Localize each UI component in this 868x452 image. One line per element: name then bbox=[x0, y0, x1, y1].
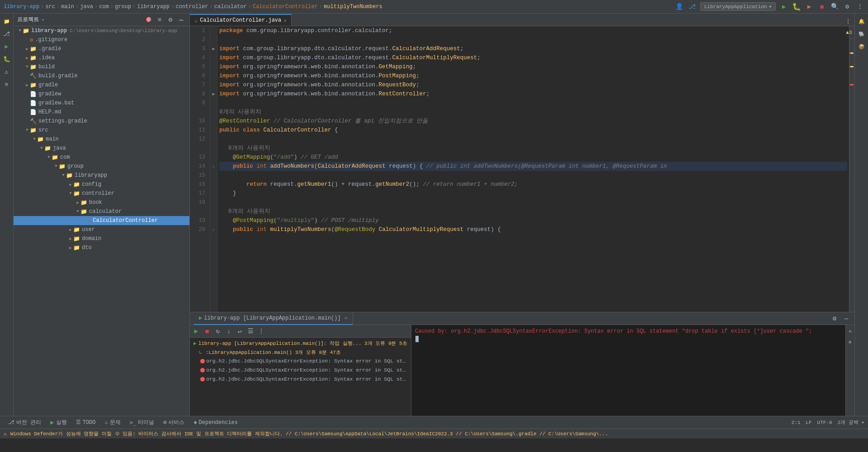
panel-dropdown-icon[interactable]: ▾ bbox=[42, 17, 44, 23]
folder-icon-calculator: 📁 bbox=[80, 208, 87, 215]
debug-btn-title[interactable]: 🐛 bbox=[792, 2, 801, 11]
settings-icon[interactable]: ⚙ bbox=[843, 2, 852, 11]
run-btn-title[interactable]: ▶ bbox=[779, 2, 788, 11]
hide-bottom-icon[interactable]: — bbox=[842, 314, 851, 323]
editor-tabs: ☕ CalculatorController.java ✕ ⋮ bbox=[190, 14, 854, 26]
tree-gradlew[interactable]: 📄 gradlew bbox=[14, 89, 189, 99]
gradle-file-icon: 🔨 bbox=[30, 73, 37, 80]
bt-services[interactable]: ⚙ 서비스 bbox=[159, 416, 189, 429]
tree-calculator-controller[interactable]: ☕ CalculatorController bbox=[14, 216, 189, 225]
tree-com[interactable]: ▼ 📁 com bbox=[14, 153, 189, 162]
editor-more-icon[interactable]: ⋮ bbox=[844, 17, 853, 26]
right-icon-maven[interactable]: 📦 bbox=[856, 41, 868, 52]
run-icon: ▶ bbox=[50, 419, 54, 426]
scroll-end-icon[interactable]: ↓ bbox=[224, 327, 233, 336]
bt-run[interactable]: ▶ 실행 bbox=[46, 416, 71, 429]
bc-library-app[interactable]: library-app bbox=[4, 4, 39, 10]
sidebar-icon-project[interactable]: 📁 bbox=[1, 15, 13, 27]
tree-gradle[interactable]: ▶ 📁 .gradle bbox=[14, 44, 189, 53]
collapse-all-icon[interactable]: ≡ bbox=[155, 15, 164, 24]
sidebar-icon-structure[interactable]: ≡ bbox=[1, 79, 13, 90]
tree-gradlew-bat[interactable]: 📄 gradlew.bat bbox=[14, 99, 189, 108]
vcs-icon[interactable]: ⎇ bbox=[688, 2, 697, 11]
tree-calculator[interactable]: ▼ 📁 calculator bbox=[14, 207, 189, 216]
settings-panel-icon[interactable]: ⚙ bbox=[166, 15, 175, 24]
tree-gitignore[interactable]: ⚙ .gitignore bbox=[14, 35, 189, 44]
breadcrumb: library-app › src › main › java › com › … bbox=[4, 4, 673, 10]
tree-help-md[interactable]: 📄 HELP.md bbox=[14, 108, 189, 117]
run-main-status[interactable]: ▶ library-app [LibraryAppApplication.mai… bbox=[192, 339, 409, 348]
bt-problems[interactable]: ⚠ 문제 bbox=[100, 416, 125, 429]
status-right: 2:1 LF UTF-8 2개 공백 ▾ bbox=[792, 419, 864, 426]
cursor bbox=[415, 336, 419, 342]
tree-config[interactable]: ▶ 📁 config bbox=[14, 180, 189, 189]
tree-dto[interactable]: ▶ 📁 dto bbox=[14, 243, 189, 252]
run-tab-close[interactable]: ✕ bbox=[344, 315, 348, 321]
marker-3 bbox=[850, 84, 854, 85]
settings-bottom-icon[interactable]: ⚙ bbox=[830, 314, 839, 323]
tree-libraryapp[interactable]: ▼ 📁 libraryapp bbox=[14, 171, 189, 180]
stop-run-icon[interactable]: ◼ bbox=[203, 327, 212, 336]
run-configuration[interactable]: LibraryAppApplication ▾ bbox=[700, 2, 776, 11]
rerun-icon[interactable]: ↻ bbox=[213, 327, 222, 336]
tree-src[interactable]: ▼ 📁 src bbox=[14, 126, 189, 135]
more-run-icon[interactable]: ⋮ bbox=[257, 327, 266, 336]
bt-todo[interactable]: ☰ TODO bbox=[71, 416, 100, 429]
tree-domain[interactable]: ▶ 📁 domain bbox=[14, 234, 189, 243]
sidebar-icon-commit[interactable]: ⎇ bbox=[1, 28, 13, 40]
tree-main[interactable]: ▼ 📁 main bbox=[14, 135, 189, 144]
encoding[interactable]: UTF-8 bbox=[817, 420, 832, 425]
tree-library-app[interactable]: ▼ 📁 library-app C:\Users\Samsung\Desktop… bbox=[14, 26, 189, 35]
tree-gradle2[interactable]: ▶ 📁 gradle bbox=[14, 80, 189, 89]
search-everywhere-icon[interactable]: 🔍 bbox=[830, 2, 839, 11]
problems-icon: ⚠ bbox=[104, 419, 108, 426]
run-error-1[interactable]: org.h2.jdbc.JdbcSQLSyntaxErrorException:… bbox=[192, 357, 409, 366]
title-bar: library-app › src › main › java › com › … bbox=[0, 0, 868, 14]
folder-icon-libraryapp: 📁 bbox=[66, 172, 73, 179]
right-icon-gradle[interactable]: 🐘 bbox=[856, 28, 868, 40]
tab-close-btn[interactable]: ✕ bbox=[283, 18, 287, 24]
soft-wrap-icon[interactable]: ↵ bbox=[235, 327, 244, 336]
code-editor[interactable]: 1 2 3 4 5 6 7 8 9 10 11 12 13 bbox=[190, 26, 849, 312]
error-icon-1 bbox=[199, 357, 206, 366]
stop-btn[interactable]: ◼ bbox=[817, 2, 826, 11]
tree-group[interactable]: ▼ 📁 group bbox=[14, 162, 189, 171]
panel-title: 프로젝트 bbox=[17, 16, 39, 24]
line-col[interactable]: 2:1 bbox=[792, 420, 801, 425]
editor-area: ☕ CalculatorController.java ✕ ⋮ 1 2 3 4 bbox=[190, 14, 854, 416]
run-error-2[interactable]: org.h2.jdbc.JdbcSQLSyntaxErrorException:… bbox=[192, 366, 409, 375]
bt-terminal[interactable]: >_ 터미널 bbox=[125, 416, 159, 429]
tree-controller[interactable]: ▼ 📁 controller bbox=[14, 189, 189, 198]
tree-build[interactable]: ▼ 📁 build bbox=[14, 62, 189, 71]
sidebar-icon-run[interactable]: ▶ bbox=[1, 41, 13, 52]
run-sidebar-icon1[interactable]: ≡ bbox=[847, 327, 854, 336]
tree-java[interactable]: ▼ 📁 java bbox=[14, 144, 189, 153]
more-actions-icon[interactable]: ⋮ bbox=[855, 2, 864, 11]
run-error-3[interactable]: org.h2.jdbc.JdbcSQLSyntaxErrorException:… bbox=[192, 375, 409, 384]
coverage-btn[interactable]: ▶ bbox=[805, 2, 814, 11]
tree-idea[interactable]: ▶ 📁 .idea bbox=[14, 53, 189, 62]
profile-icon[interactable]: 👤 bbox=[675, 2, 684, 11]
run-tab[interactable]: ▶ library-app [LibraryAppApplication.mai… bbox=[193, 312, 353, 325]
sidebar-icon-debug[interactable]: 🐛 bbox=[1, 53, 13, 65]
tree-settings-gradle[interactable]: 🔨 settings.gradle bbox=[14, 117, 189, 126]
filter-icon[interactable]: ☰ bbox=[246, 327, 255, 336]
run-sidebar-icon2[interactable]: ⚙ bbox=[846, 338, 855, 347]
bt-dependencies[interactable]: ◈ Dependencies bbox=[189, 416, 242, 429]
tree-book[interactable]: ▶ 📁 book bbox=[14, 198, 189, 207]
hide-panel-icon[interactable]: — bbox=[177, 15, 186, 24]
run-again-icon[interactable]: ▶ bbox=[192, 327, 201, 336]
tree-build-gradle[interactable]: 🔨 build.gradle bbox=[14, 71, 189, 80]
bt-version-control[interactable]: ⎇ 버전 관리 bbox=[4, 416, 46, 429]
run-sub-status[interactable]: ↳ :LibraryAppApplication.main() 3개 오류 8분… bbox=[192, 348, 409, 357]
right-icon-notifications[interactable]: 🔔 bbox=[856, 15, 868, 27]
indent[interactable]: 2개 공백 ▾ bbox=[838, 419, 864, 426]
folder-icon-book: 📁 bbox=[80, 199, 87, 206]
bottom-panel: ▶ library-app [LibraryAppApplication.mai… bbox=[190, 312, 854, 416]
code-content[interactable]: package com.group.libraryapp.controller.… bbox=[217, 26, 849, 312]
tab-calculator-controller[interactable]: ☕ CalculatorController.java ✕ bbox=[190, 14, 292, 26]
sidebar-icon-problems[interactable]: ⚠ bbox=[1, 66, 13, 78]
code-line-10: @RestController // CalculatorController … bbox=[219, 117, 847, 126]
scope-icon[interactable]: 🎯 bbox=[144, 15, 153, 24]
tree-user[interactable]: ▶ 📁 user bbox=[14, 225, 189, 234]
